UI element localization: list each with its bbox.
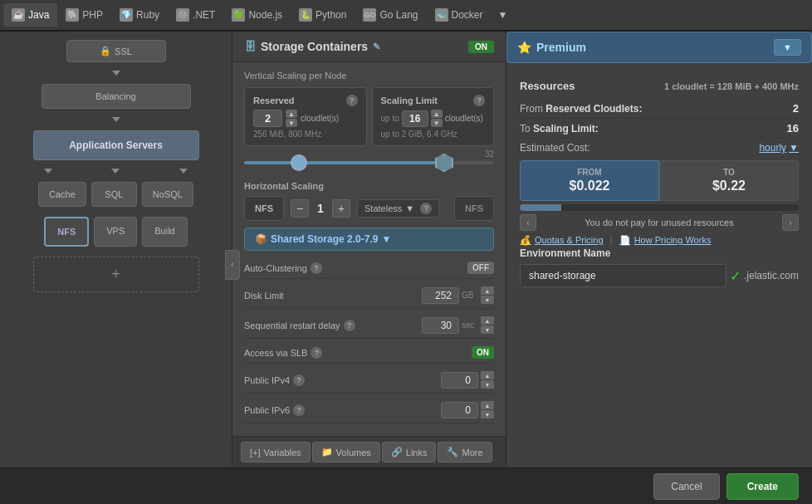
tab-net[interactable]: Ⓜ .NET — [168, 3, 223, 27]
node-minus-button[interactable]: − — [291, 199, 309, 218]
auto-clustering-toggle[interactable]: OFF — [467, 262, 494, 274]
restart-delay-up[interactable]: ▲ — [481, 316, 494, 325]
nfs-button[interactable]: NFS — [44, 217, 89, 247]
storage-edit-icon[interactable]: ✎ — [373, 42, 380, 52]
ipv6-up[interactable]: ▲ — [481, 401, 494, 409]
ipv6-help[interactable]: ? — [293, 404, 305, 416]
ipv4-help[interactable]: ? — [293, 374, 305, 386]
tab-java[interactable]: ☕ Java — [3, 3, 57, 27]
resources-section: Resources 1 cloudlet = 128 MiB + 400 MHz… — [520, 80, 799, 287]
tab-docker[interactable]: 🐳 Docker — [427, 3, 492, 27]
add-button[interactable]: + — [33, 257, 199, 292]
tab-python[interactable]: 🐍 Python — [291, 3, 355, 27]
env-name-label: Environment Name — [520, 247, 799, 259]
tab-more[interactable]: ▼ — [492, 4, 515, 26]
env-name-section: Environment Name ✓ .jelastic.com — [520, 247, 799, 287]
nodejs-icon: 🟢 — [232, 8, 245, 22]
more-button[interactable]: 🔧 More — [438, 442, 492, 462]
ipv4-arrows: ▲ ▼ — [481, 371, 494, 389]
reserved-help-icon[interactable]: ? — [346, 95, 358, 106]
restart-delay-down[interactable]: ▼ — [481, 325, 494, 334]
cost-row: Estimated Cost: hourly ▼ — [520, 139, 799, 157]
stateless-help-icon[interactable]: ? — [420, 203, 432, 214]
node-plus-button[interactable]: + — [332, 199, 350, 218]
tab-nodejs[interactable]: 🟢 Node.js — [223, 3, 291, 27]
arrow-down-icon — [112, 71, 120, 76]
right-panel: ⭐ Premium ▼ Resources 1 cloudlet = 128 M… — [506, 32, 812, 467]
ipv4-input[interactable]: 0 — [441, 372, 478, 389]
left-panel: 🔒 SSL Balancing Application Servers Cach… — [0, 32, 232, 467]
ipv4-down[interactable]: ▼ — [481, 380, 494, 389]
reserved-up[interactable]: ▲ — [286, 110, 297, 118]
ipv6-down[interactable]: ▼ — [481, 410, 494, 418]
storage-db-icon: 🗄 — [244, 40, 256, 53]
slider-thumb-right[interactable] — [435, 154, 453, 172]
env-name-row: ✓ .jelastic.com — [520, 264, 799, 287]
next-button[interactable]: › — [782, 214, 799, 231]
cancel-button[interactable]: Cancel — [653, 473, 719, 500]
setting-disk-limit: Disk Limit 252 GB ▲ ▼ — [244, 282, 494, 309]
restart-delay-help[interactable]: ? — [344, 320, 355, 331]
reserved-down[interactable]: ▼ — [286, 119, 297, 127]
premium-dropdown[interactable]: ▼ — [774, 39, 801, 56]
ipv4-value: 0 ▲ ▼ — [441, 371, 494, 389]
volumes-button[interactable]: 📁 Volumes — [312, 442, 380, 462]
cost-period-arrow-icon: ▼ — [789, 142, 799, 154]
storage-toggle[interactable]: ON — [468, 41, 494, 53]
prev-button[interactable]: ‹ — [520, 214, 536, 231]
access-slb-help[interactable]: ? — [311, 347, 322, 359]
env-name-input[interactable] — [520, 264, 726, 287]
balancing-button[interactable]: Balancing — [42, 84, 191, 109]
ipv6-input[interactable]: 0 — [441, 402, 478, 418]
volumes-icon: 📁 — [321, 447, 333, 458]
nosql-button[interactable]: NoSQL — [142, 182, 193, 207]
app-servers-button[interactable]: Application Servers — [33, 130, 199, 160]
scaling-limit-row: To Scaling Limit: 16 — [520, 119, 799, 139]
ssl-button[interactable]: 🔒 SSL — [66, 40, 166, 62]
ipv6-label: Public IPv6 ? — [244, 404, 305, 416]
create-button[interactable]: Create — [726, 473, 799, 500]
scaling-up[interactable]: ▲ — [431, 110, 443, 118]
collapse-arrow[interactable]: ‹ — [225, 250, 240, 280]
disk-limit-up[interactable]: ▲ — [481, 286, 494, 295]
sql-button[interactable]: SQL — [91, 182, 137, 207]
slider-thumb-left[interactable] — [291, 154, 307, 171]
restart-delay-input[interactable]: 30 — [422, 317, 459, 334]
pricing-icon: 📄 — [619, 235, 631, 246]
auto-clustering-help[interactable]: ? — [311, 262, 322, 274]
settings-rows: Auto-Clustering ? OFF Disk Limit 252 GB — [244, 257, 494, 423]
quotas-row: 💰 Quotas & Pricing | 📄 How Pricing Works — [520, 234, 799, 246]
links-icon: 🔗 — [391, 447, 403, 458]
premium-header: ⭐ Premium ▼ — [506, 32, 812, 63]
scaling-help-icon[interactable]: ? — [473, 95, 485, 106]
quotas-link[interactable]: 💰 Quotas & Pricing — [520, 235, 604, 246]
tab-golang[interactable]: GO Go Lang — [355, 3, 426, 27]
stateless-dropdown[interactable]: Stateless ▼ ? — [357, 199, 439, 218]
how-pricing-link[interactable]: 📄 How Pricing Works — [619, 235, 712, 246]
section-body: Vertical Scaling per Node Reserved ? 2 ▲… — [232, 62, 506, 436]
horizontal-scaling-label: Horizontal Scaling — [244, 181, 494, 191]
access-slb-toggle[interactable]: ON — [472, 346, 494, 359]
ipv4-up[interactable]: ▲ — [481, 371, 494, 379]
storage-version-dropdown[interactable]: 📦 Shared Storage 2.0-7.9 ▼ — [244, 228, 494, 251]
php-icon: 🐘 — [66, 8, 79, 22]
scaling-slider[interactable]: 32 — [244, 151, 494, 174]
tab-ruby[interactable]: 💎 Ruby — [111, 3, 168, 27]
variables-button[interactable]: [+] Variables — [241, 442, 311, 462]
scaling-limit-row-value: 16 — [787, 122, 799, 135]
scaling-value[interactable]: 16 — [402, 110, 428, 127]
price-to-value: $0.22 — [670, 179, 788, 193]
scaling-down[interactable]: ▼ — [431, 119, 443, 127]
tab-php[interactable]: 🐘 PHP — [57, 3, 111, 27]
reserved-value[interactable]: 2 — [253, 110, 282, 127]
setting-auto-clustering: Auto-Clustering ? OFF — [244, 257, 494, 279]
links-button[interactable]: 🔗 Links — [382, 442, 437, 462]
cost-period-dropdown[interactable]: hourly ▼ — [759, 142, 799, 154]
disk-limit-input[interactable]: 252 — [422, 287, 459, 304]
cache-button[interactable]: Cache — [38, 182, 86, 207]
vps-button[interactable]: VPS — [94, 217, 137, 247]
setting-access-slb: Access via SLB ? ON — [244, 342, 494, 364]
setting-restart-delay: Sequential restart delay ? 30 sec ▲ ▼ — [244, 312, 494, 339]
build-button[interactable]: Build — [142, 217, 187, 247]
disk-limit-down[interactable]: ▼ — [481, 296, 494, 304]
